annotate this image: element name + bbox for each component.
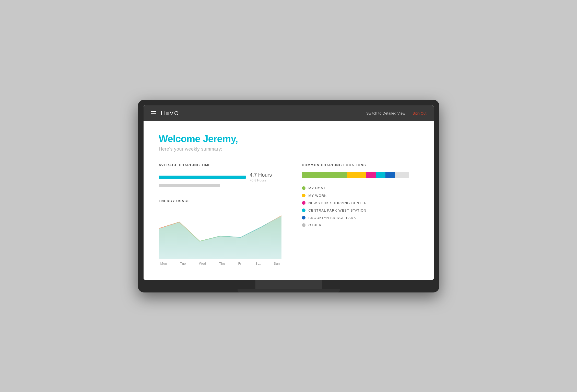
legend-dot <box>302 223 305 227</box>
location-bar-segment <box>376 172 385 178</box>
day-sat: Sat <box>255 262 261 265</box>
energy-usage-section: ENERGY USAGE <box>159 199 281 265</box>
location-bar-segment <box>366 172 376 178</box>
bar-row-current: 4.7 Hours +0.8 Hours <box>159 172 281 182</box>
legend-dot <box>302 209 305 212</box>
day-sun: Sun <box>274 262 280 265</box>
monitor-wrapper: H≡VO Switch to Detailed View Sign Out We… <box>138 100 439 292</box>
location-bar-segment <box>347 172 366 178</box>
legend-item: BROOKLYN BRIDGE PARK <box>302 216 418 220</box>
legend-item: OTHER <box>302 223 418 227</box>
legend-item: MY HOME <box>302 186 418 190</box>
sign-out-button[interactable]: Sign Out <box>413 111 426 115</box>
legend-label: CENTRAL PARK WEST STATION <box>309 209 367 212</box>
legend-label: MY WORK <box>309 194 327 198</box>
legend-label: OTHER <box>309 223 322 227</box>
day-thu: Thu <box>219 262 225 265</box>
locations-title: COMMON CHARGING LOCATIONS <box>302 163 418 167</box>
legend-item: CENTRAL PARK WEST STATION <box>302 209 418 212</box>
welcome-subtitle: Here's your weekly summary: <box>159 146 418 152</box>
menu-icon[interactable] <box>151 111 156 115</box>
chart-day-labels: Mon Tue Wed Thu Fri Sat Sun <box>159 262 281 265</box>
main-content: Welcome Jeremy, Here's your weekly summa… <box>144 121 434 280</box>
bar-current <box>159 176 246 179</box>
legend-item: NEW YORK SHOPPING CENTER <box>302 201 418 205</box>
location-bar-segment <box>302 172 347 178</box>
legend-item: MY WORK <box>302 194 418 198</box>
day-mon: Mon <box>160 262 167 265</box>
legend-dot <box>302 201 305 205</box>
navbar: H≡VO Switch to Detailed View Sign Out <box>144 105 434 121</box>
locations-section: COMMON CHARGING LOCATIONS MY HOMEMY WORK… <box>302 163 418 227</box>
energy-chart <box>159 208 281 259</box>
chart-area <box>159 216 281 259</box>
location-bar <box>302 172 409 178</box>
charging-time-title: AVERAGE CHARGING TIME <box>159 163 281 167</box>
legend-label: BROOKLYN BRIDGE PARK <box>309 216 356 220</box>
charging-time-section: AVERAGE CHARGING TIME 4.7 Hours +0.8 Hou… <box>159 163 281 187</box>
bar-value: 4.7 Hours +0.8 Hours <box>250 172 272 182</box>
right-column: COMMON CHARGING LOCATIONS MY HOMEMY WORK… <box>302 163 418 265</box>
energy-title: ENERGY USAGE <box>159 199 281 203</box>
legend-dot <box>302 186 305 190</box>
location-bar-segment <box>385 172 395 178</box>
switch-view-button[interactable]: Switch to Detailed View <box>366 111 405 115</box>
monitor-screen: H≡VO Switch to Detailed View Sign Out We… <box>144 105 434 280</box>
monitor-stand <box>255 280 322 289</box>
energy-chart-svg <box>159 208 281 259</box>
legend-dot <box>302 216 305 219</box>
charging-bars: 4.7 Hours +0.8 Hours <box>159 172 281 187</box>
legend-label: NEW YORK SHOPPING CENTER <box>309 201 367 205</box>
legend-dot <box>302 194 305 197</box>
monitor-outer: H≡VO Switch to Detailed View Sign Out We… <box>138 100 439 292</box>
day-tue: Tue <box>180 262 186 265</box>
legend-label: MY HOME <box>309 186 326 190</box>
left-column: AVERAGE CHARGING TIME 4.7 Hours +0.8 Hou… <box>159 163 281 265</box>
bar-row-prev <box>159 184 281 187</box>
dashboard-grid: AVERAGE CHARGING TIME 4.7 Hours +0.8 Hou… <box>159 163 418 265</box>
welcome-title: Welcome Jeremy, <box>159 133 418 144</box>
day-wed: Wed <box>199 262 206 265</box>
location-bar-segment <box>395 172 409 178</box>
legend-list: MY HOMEMY WORKNEW YORK SHOPPING CENTERCE… <box>302 186 418 227</box>
day-fri: Fri <box>238 262 242 265</box>
monitor-base <box>238 289 340 292</box>
bar-prev <box>159 184 220 187</box>
app-logo: H≡VO <box>161 110 180 117</box>
